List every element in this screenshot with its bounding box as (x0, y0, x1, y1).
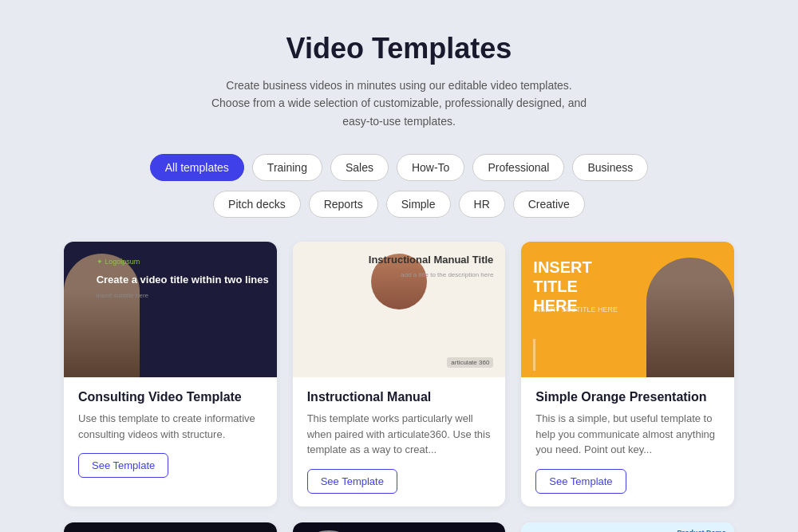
orange-bar (533, 339, 535, 371)
instructional-info: Instructional Manual This template works… (293, 377, 506, 506)
product-demo-label: Product Demo (677, 529, 726, 532)
instructional-cta-button[interactable]: See Template (307, 469, 397, 494)
thumbnail-orange: INSERTTITLEHERE INSERT SUBTITLE HERE (521, 242, 734, 377)
filter-section: All templates Training Sales How-To Prof… (64, 154, 734, 218)
template-card-consulting: ✦ Logoipsum Create a video title within … (64, 242, 277, 506)
orange-info: Simple Orange Presentation This is a sim… (521, 377, 734, 506)
instructional-title-text: Instructional Manual Title (369, 254, 494, 267)
instructional-name: Instructional Manual (307, 390, 492, 404)
filter-how-to[interactable]: How-To (397, 154, 464, 181)
thumbnail-consulting: ✦ Logoipsum Create a video title within … (64, 242, 277, 377)
filter-row-1: All templates Training Sales How-To Prof… (150, 154, 649, 181)
consulting-title: Create a video title within two lines (97, 274, 269, 287)
filter-sales[interactable]: Sales (330, 154, 389, 181)
filter-simple[interactable]: Simple (386, 191, 451, 218)
template-card-creative: BECREATIVE (64, 522, 277, 532)
consulting-subtitle: insert subtitle here (97, 292, 269, 299)
bottom-templates-row: BECREATIVE Insert yourTitle here add you… (64, 522, 734, 532)
template-card-insert: Insert yourTitle here add your supportin… (293, 522, 506, 532)
consulting-info: Consulting Video Template Use this templ… (64, 377, 277, 491)
templates-grid: ✦ Logoipsum Create a video title within … (64, 242, 734, 506)
instructional-logo-text: articulate 360 (447, 357, 493, 368)
orange-person (646, 258, 734, 377)
template-card-instructional: Instructional Manual Title add a title t… (293, 242, 506, 506)
filter-training[interactable]: Training (252, 154, 322, 181)
consulting-content: ✦ Logoipsum Create a video title within … (97, 258, 269, 299)
template-card-product: Product Demo (521, 522, 734, 532)
orange-cta-button[interactable]: See Template (535, 469, 626, 494)
consulting-logo: ✦ Logoipsum (97, 258, 269, 266)
thumbnail-insert: Insert yourTitle here add your supportin… (293, 522, 506, 532)
thumbnail-instructional: Instructional Manual Title add a title t… (293, 242, 506, 377)
page-subtitle: Create business videos in minutes using … (207, 77, 591, 130)
filter-business[interactable]: Business (572, 154, 648, 181)
instructional-desc: This template works particularly well wh… (307, 411, 492, 458)
thumbnail-product: Product Demo (521, 522, 734, 532)
orange-subtitle-text: INSERT SUBTITLE HERE (533, 305, 618, 313)
consulting-name: Consulting Video Template (78, 390, 263, 404)
orange-desc: This is a simple, but useful template to… (535, 411, 720, 458)
filter-all-templates[interactable]: All templates (150, 154, 244, 181)
filter-creative[interactable]: Creative (513, 191, 585, 218)
filter-pitch-decks[interactable]: Pitch decks (213, 191, 301, 218)
page-title: Video Templates (64, 32, 734, 65)
page-header: Video Templates Create business videos i… (64, 32, 734, 130)
thumbnail-creative: BECREATIVE (64, 522, 277, 532)
orange-name: Simple Orange Presentation (535, 390, 720, 404)
filter-professional[interactable]: Professional (472, 154, 564, 181)
filter-reports[interactable]: Reports (309, 191, 378, 218)
filter-hr[interactable]: HR (459, 191, 505, 218)
consulting-desc: Use this template to create informative … (78, 411, 263, 442)
consulting-cta-button[interactable]: See Template (78, 453, 168, 478)
template-card-orange: INSERTTITLEHERE INSERT SUBTITLE HERE Sim… (521, 242, 734, 506)
instructional-sub-text: add a title to the description here (369, 271, 494, 278)
filter-row-2: Pitch decks Reports Simple HR Creative (213, 191, 585, 218)
